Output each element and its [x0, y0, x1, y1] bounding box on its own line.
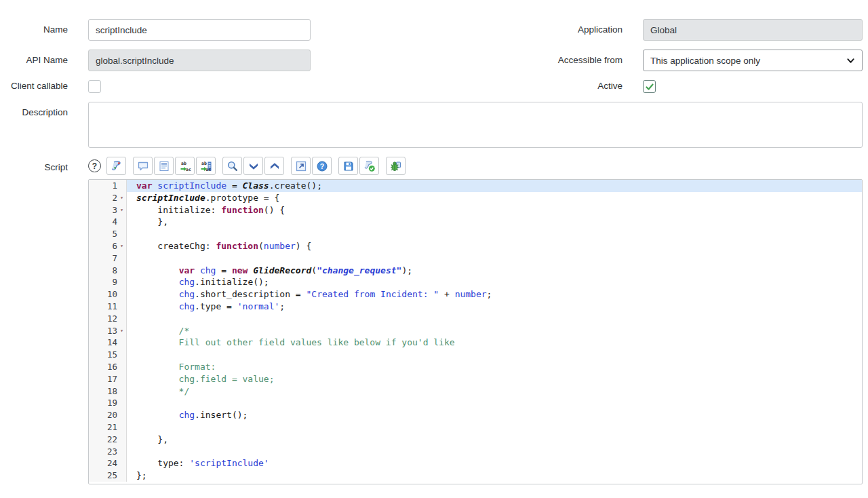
accessible-from-value: This application scope only: [650, 56, 760, 66]
find-next-button[interactable]: [243, 157, 263, 175]
client-callable-label: Client callable: [0, 81, 68, 92]
name-input[interactable]: [88, 19, 311, 41]
format-code-button[interactable]: [154, 157, 174, 175]
script-debugger-icon: [390, 160, 402, 172]
code-line-text: Fill out other field values like below i…: [127, 337, 862, 349]
fold-arrow-icon[interactable]: ▾: [117, 204, 126, 216]
script-toolbar-groups: abacabac?: [106, 157, 406, 175]
svg-text:ac: ac: [205, 166, 211, 172]
search-button[interactable]: [222, 157, 242, 175]
format-code-icon: [158, 160, 170, 172]
line-number-gutter: 11: [89, 301, 127, 313]
application-label: Application: [495, 24, 623, 35]
line-number-gutter: 4: [89, 216, 127, 228]
code-line: 16 Format:: [89, 361, 862, 373]
code-line-text: var chg = new GlideRecord("change_reques…: [127, 265, 862, 277]
line-number-gutter: 13▾: [89, 325, 127, 337]
code-line-text: /*: [127, 325, 862, 337]
client-callable-checkbox[interactable]: [88, 80, 101, 93]
code-line: 2▾scriptInclude.prototype = {: [89, 192, 862, 204]
code-line: 14 Fill out other field values like belo…: [89, 337, 862, 349]
line-number-gutter: 17: [89, 373, 127, 385]
accessible-from-select[interactable]: This application scope only: [643, 50, 863, 71]
line-number-gutter: 20: [89, 409, 127, 421]
replace-button[interactable]: abac: [175, 157, 195, 175]
code-line-text: [127, 397, 862, 409]
line-number-gutter: 1: [89, 180, 127, 192]
code-line: 10 chg.short_description = "Created from…: [89, 288, 862, 301]
find-previous-icon: [269, 160, 281, 172]
line-number-gutter: 23: [89, 446, 127, 458]
active-checkbox[interactable]: [643, 80, 656, 93]
check-syntax-button[interactable]: [359, 157, 379, 175]
code-line: 24 type: 'scriptInclude': [89, 457, 862, 470]
code-line-text: chg.type = 'normal';: [127, 301, 862, 313]
line-number-gutter: 18: [89, 385, 127, 398]
code-line-text: chg.field = value;: [127, 373, 862, 385]
toggle-comment-icon: [137, 160, 149, 172]
fold-arrow-icon[interactable]: ▾: [117, 240, 126, 252]
code-line-text: */: [127, 385, 862, 398]
syntax-editor-icon: [111, 160, 123, 172]
code-line-text: chg.insert();: [127, 409, 862, 421]
toolbar-group: [106, 157, 126, 175]
script-debugger-button[interactable]: [386, 157, 406, 175]
syntax-editor-button[interactable]: [106, 157, 126, 175]
fold-arrow-icon[interactable]: ▾: [117, 325, 126, 337]
toggle-comment-button[interactable]: [133, 157, 153, 175]
code-line-text: [127, 313, 862, 325]
code-line: 7: [89, 252, 862, 265]
api-name-label: API Name: [0, 55, 68, 66]
line-number-gutter: 19: [89, 397, 127, 409]
code-line: 17 chg.field = value;: [89, 373, 862, 385]
toolbar-group: [222, 157, 284, 175]
code-line: 22 },: [89, 434, 862, 446]
editor-help-icon: ?: [316, 160, 328, 172]
application-input: [643, 19, 863, 41]
code-line: 8 var chg = new GlideRecord("change_requ…: [89, 265, 862, 277]
active-label: Active: [495, 81, 623, 92]
code-line-text: };: [127, 470, 862, 482]
code-line-text: [127, 421, 862, 434]
code-line-text: [127, 349, 862, 361]
name-label: Name: [0, 24, 68, 35]
code-line: 9 chg.initialize();: [89, 276, 862, 288]
code-line: 1var scriptInclude = Class.create();: [89, 180, 862, 192]
code-line-text: },: [127, 216, 862, 228]
editor-help-button[interactable]: ?: [312, 157, 332, 175]
line-number-gutter: 21: [89, 421, 127, 434]
code-line: 19: [89, 397, 862, 409]
toolbar-group: ?: [291, 157, 332, 175]
code-line: 25};: [89, 470, 862, 482]
toolbar-group: [338, 157, 379, 175]
toggle-fullscreen-button[interactable]: [291, 157, 311, 175]
save-button[interactable]: [338, 157, 358, 175]
find-previous-button[interactable]: [264, 157, 284, 175]
code-line-text: [127, 228, 862, 240]
code-line: 11 chg.type = 'normal';: [89, 301, 862, 313]
line-number-gutter: 24: [89, 457, 127, 470]
script-code-editor[interactable]: 1var scriptInclude = Class.create();2▾sc…: [88, 179, 863, 484]
code-line: 20 chg.insert();: [89, 409, 862, 421]
description-textarea[interactable]: [88, 102, 863, 148]
svg-text:ab: ab: [181, 161, 186, 166]
replace-all-button[interactable]: abac: [196, 157, 216, 175]
code-line-text: chg.short_description = "Created from In…: [127, 288, 862, 301]
replace-icon: abac: [179, 160, 191, 172]
script-field: ? abacabac? 1var scriptInclude = Class.c…: [88, 157, 863, 484]
svg-text:ab: ab: [201, 161, 207, 166]
field-help-icon[interactable]: ?: [88, 159, 101, 172]
line-number-gutter: 25: [89, 470, 127, 482]
svg-text:ac: ac: [186, 166, 191, 172]
toggle-fullscreen-icon: [295, 160, 307, 172]
code-line: 21: [89, 421, 862, 434]
save-icon: [342, 160, 355, 172]
code-line: 13▾ /*: [89, 325, 862, 337]
fold-arrow-icon[interactable]: ▾: [117, 192, 126, 204]
line-number-gutter: 14: [89, 337, 127, 349]
line-number-gutter: 15: [89, 349, 127, 361]
code-line-text: chg.initialize();: [127, 276, 862, 288]
code-line: 3▾ initialize: function() {: [89, 204, 862, 216]
line-number-gutter: 8: [89, 265, 127, 277]
api-name-input: [88, 50, 311, 71]
